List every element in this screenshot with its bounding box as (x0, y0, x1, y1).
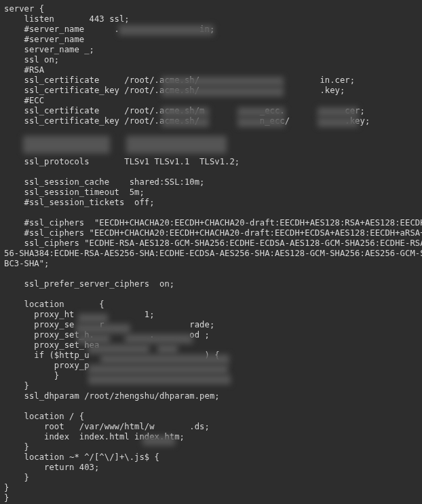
code-text: server { listen 443 ssl; #server_name . … (4, 4, 422, 503)
nginx-config-code: server { listen 443 ssl; #server_name . … (0, 0, 422, 503)
